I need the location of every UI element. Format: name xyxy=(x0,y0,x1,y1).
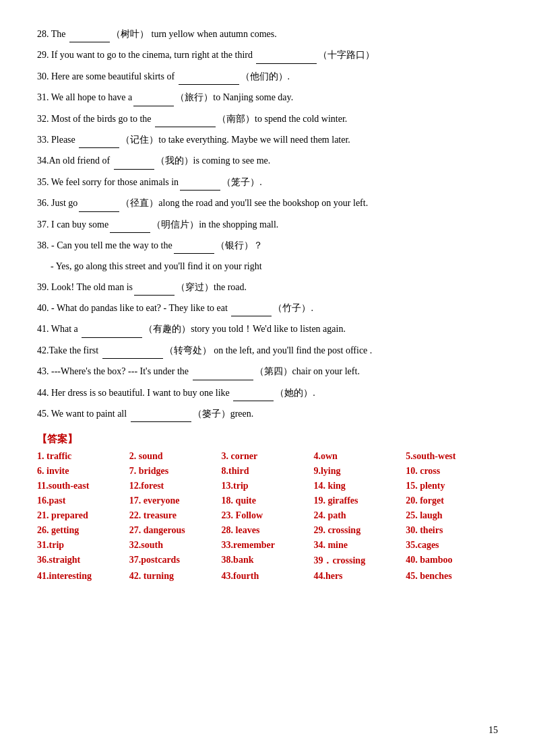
q39-blank xyxy=(134,280,175,296)
answer-9: 9.lying xyxy=(313,466,406,477)
q38-blank xyxy=(174,238,214,254)
answer-20: 20. forget xyxy=(406,495,498,506)
answer-18: 18. quite xyxy=(222,495,314,506)
answer-10: 10. cross xyxy=(406,466,498,477)
q44-blank xyxy=(233,386,274,401)
q36-text: 36. Just go （径直）along the road and you'l… xyxy=(37,198,368,208)
question-45: 45. We want to paint all （篓子）green. xyxy=(37,407,498,422)
q34-text: 34.An old friend of （我的）is coming to see… xyxy=(37,156,270,166)
q43-text: 43. ---Where's the box? --- It's under t… xyxy=(37,366,360,376)
question-39: 39. Look! The old man is （穿过）the road. xyxy=(37,280,498,296)
answer-4: 4.own xyxy=(313,451,406,462)
q43-blank xyxy=(193,364,253,380)
answer-22: 22. treasure xyxy=(129,510,222,521)
page-content: 28. The （树叶） turn yellow when autumn com… xyxy=(0,0,535,626)
answer-44: 44.hers xyxy=(313,571,406,582)
answer-19: 19. giraffes xyxy=(313,495,406,506)
question-31: 31. We all hope to have a （旅行）to Nanjing… xyxy=(37,90,498,106)
answer-29: 29. crossing xyxy=(313,525,406,536)
q42-text: 42.Take the first （转弯处） on the left, and… xyxy=(37,345,372,355)
answer-14: 14. king xyxy=(313,481,406,491)
answer-24: 24. path xyxy=(313,510,406,521)
q31-text: 31. We all hope to have a （旅行）to Nanjing… xyxy=(37,92,293,102)
answer-7: 7. bridges xyxy=(129,466,222,477)
question-32: 32. Most of the birds go to the （南部）to s… xyxy=(37,112,498,127)
question-30: 30. Here are some beautiful skirts of （他… xyxy=(37,69,498,85)
q45-blank xyxy=(131,407,191,422)
question-43: 43. ---Where's the box? --- It's under t… xyxy=(37,364,498,380)
answer-row-8: 36.straight 37.postcards 38.bank 39．cros… xyxy=(37,555,498,567)
answer-39: 39．crossing xyxy=(313,555,406,567)
answer-row-5: 21. prepared 22. treasure 23. Follow 24.… xyxy=(37,510,498,521)
answer-41: 41.interesting xyxy=(37,571,129,582)
q32-blank xyxy=(155,112,216,127)
q30-blank xyxy=(179,69,239,85)
answer-row-1: 1. traffic 2. sound 3. corner 4.own 5.so… xyxy=(37,451,498,462)
q29-blank xyxy=(256,48,317,63)
answer-31: 31.trip xyxy=(37,540,129,551)
q34-blank xyxy=(114,153,154,169)
question-34: 34.An old friend of （我的）is coming to see… xyxy=(37,153,498,169)
q37-blank xyxy=(110,217,150,233)
answer-30: 30. theirs xyxy=(406,525,498,536)
q28-blank xyxy=(69,27,110,42)
answer-34: 34. mine xyxy=(313,540,406,551)
q35-blank xyxy=(180,175,220,191)
answer-40: 40. bamboo xyxy=(406,555,498,567)
answer-17: 17. everyone xyxy=(129,495,222,506)
answer-2: 2. sound xyxy=(129,451,222,462)
question-41: 41. What a （有趣的）story you told！We'd like… xyxy=(37,322,498,337)
answer-16: 16.past xyxy=(37,495,129,506)
q40-blank xyxy=(231,301,272,316)
question-29: 29. If you want to go to the cinema, tur… xyxy=(37,48,498,63)
answer-row-4: 16.past 17. everyone 18. quite 19. giraf… xyxy=(37,495,498,506)
answer-35: 35.cages xyxy=(406,540,498,551)
q45-text: 45. We want to paint all （篓子）green. xyxy=(37,409,253,419)
answer-13: 13.trip xyxy=(222,481,314,491)
q35-text: 35. We feel sorry for those animals in （… xyxy=(37,177,262,187)
question-42: 42.Take the first （转弯处） on the left, and… xyxy=(37,343,498,359)
question-36: 36. Just go （径直）along the road and you'l… xyxy=(37,196,498,211)
question-35: 35. We feel sorry for those animals in （… xyxy=(37,175,498,191)
answer-25: 25. laugh xyxy=(406,510,498,521)
q38-sub-text: - Yes, go along this street and you'll f… xyxy=(51,261,262,271)
q41-blank xyxy=(82,322,142,337)
page-number: 15 xyxy=(489,725,498,736)
answer-32: 32.south xyxy=(129,540,222,551)
answer-45: 45. benches xyxy=(406,571,498,582)
answer-title: 【答案】 xyxy=(37,433,498,446)
answer-row-6: 26. getting 27. dangerous 28. leaves 29.… xyxy=(37,525,498,536)
answer-section: 【答案】 1. traffic 2. sound 3. corner 4.own… xyxy=(37,433,498,586)
answer-27: 27. dangerous xyxy=(129,525,222,536)
q33-blank xyxy=(79,133,119,148)
q31-blank xyxy=(133,90,174,106)
question-37: 37. I can buy some （明信片）in the shopping … xyxy=(37,217,498,233)
answer-11: 11.south-east xyxy=(37,481,129,491)
q37-text: 37. I can buy some （明信片）in the shopping … xyxy=(37,219,278,230)
question-33: 33. Please （记住）to take everything. Maybe… xyxy=(37,133,498,148)
answer-23: 23. Follow xyxy=(222,510,314,521)
answer-3: 3. corner xyxy=(222,451,314,462)
answer-row-3: 11.south-east 12.forest 13.trip 14. king… xyxy=(37,481,498,491)
q44-text: 44. Her dress is so beautiful. I want to… xyxy=(37,388,315,398)
answer-row-9: 41.interesting 42. turning 43.fourth 44.… xyxy=(37,571,498,582)
answer-row-2: 6. invite 7. bridges 8.third 9.lying 10.… xyxy=(37,466,498,477)
question-38: 38. - Can you tell me the way to the （银行… xyxy=(37,238,498,254)
answer-row-7: 31.trip 32.south 33.remember 34. mine 35… xyxy=(37,540,498,551)
q29-text: 29. If you want to go to the cinema, tur… xyxy=(37,50,375,60)
q42-blank xyxy=(102,343,163,359)
q30-text: 30. Here are some beautiful skirts of （他… xyxy=(37,71,290,81)
q28-text: 28. The （树叶） turn yellow when autumn com… xyxy=(37,29,277,39)
answer-43: 43.fourth xyxy=(222,571,314,582)
question-28: 28. The （树叶） turn yellow when autumn com… xyxy=(37,27,498,42)
answer-33: 33.remember xyxy=(222,540,314,551)
answer-5: 5.south-west xyxy=(406,451,498,462)
q38-text: 38. - Can you tell me the way to the （银行… xyxy=(37,240,263,250)
answer-8: 8.third xyxy=(222,466,314,477)
q32-text: 32. Most of the birds go to the （南部）to s… xyxy=(37,114,347,124)
answer-6: 6. invite xyxy=(37,466,129,477)
question-44: 44. Her dress is so beautiful. I want to… xyxy=(37,386,498,401)
q41-text: 41. What a （有趣的）story you told！We'd like… xyxy=(37,324,346,334)
answer-21: 21. prepared xyxy=(37,510,129,521)
q33-text: 33. Please （记住）to take everything. Maybe… xyxy=(37,135,350,145)
